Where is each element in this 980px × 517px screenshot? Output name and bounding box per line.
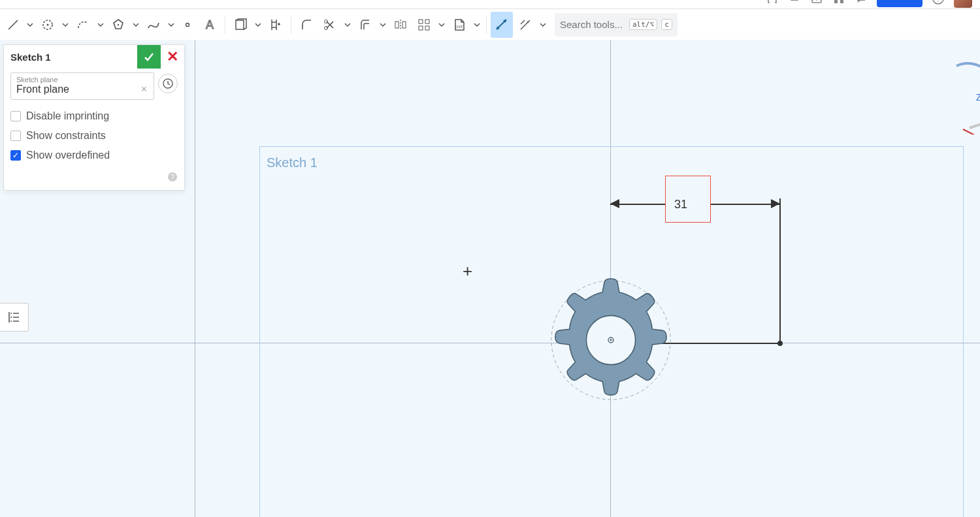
- cursor-cross-icon: +: [463, 261, 472, 281]
- show-overdefined-row[interactable]: Show overdefined: [10, 146, 178, 165]
- constraint-tool[interactable]: [514, 12, 536, 38]
- panel-help-icon[interactable]: ?: [4, 172, 184, 190]
- dxf-tool-dropdown[interactable]: [472, 22, 482, 28]
- pattern-tool-dropdown[interactable]: [436, 22, 447, 28]
- polygon-tool-dropdown[interactable]: [131, 22, 141, 28]
- text-tool[interactable]: A: [199, 12, 221, 38]
- help-icon[interactable]: ?: [932, 0, 945, 5]
- panel-title: Sketch 1: [4, 52, 137, 63]
- svg-rect-4: [840, 0, 843, 3]
- arc-tool-dropdown[interactable]: [95, 22, 106, 28]
- search-input[interactable]: [560, 19, 625, 30]
- spline-tool-dropdown[interactable]: [166, 22, 176, 28]
- show-constraints-label: Show constraints: [26, 130, 106, 142]
- show-overdefined-label: Show overdefined: [26, 149, 110, 161]
- polygon-tool[interactable]: [107, 12, 129, 38]
- image-icon[interactable]: [810, 0, 823, 5]
- sketch-plane-field[interactable]: Sketch plane Front plane ×: [10, 72, 154, 100]
- clear-plane-icon[interactable]: ×: [140, 84, 148, 95]
- arc-tool[interactable]: [72, 12, 94, 38]
- sketch-plane-label-text: Sketch plane: [16, 76, 148, 84]
- constraint-tool-dropdown[interactable]: [538, 22, 548, 28]
- brackets-icon[interactable]: [766, 0, 779, 5]
- disable-imprinting-checkbox[interactable]: [10, 111, 21, 121]
- svg-point-9: [118, 24, 119, 25]
- axis-z-label: Z: [976, 92, 980, 102]
- kbd-hint-1: alt/⌥: [629, 19, 657, 30]
- offset-tool-dropdown[interactable]: [378, 22, 388, 28]
- avatar[interactable]: [954, 0, 972, 8]
- svg-point-25: [610, 339, 612, 341]
- mirror-tool[interactable]: [389, 12, 412, 38]
- gear-part[interactable]: [546, 275, 676, 405]
- history-button[interactable]: [158, 74, 178, 93]
- svg-text:?: ?: [936, 0, 940, 3]
- svg-rect-14: [395, 22, 399, 28]
- show-constraints-checkbox[interactable]: [10, 131, 21, 141]
- feature-list-toggle[interactable]: [0, 303, 29, 332]
- sketch-toolbar: A DXF alt/⌥ c: [0, 9, 980, 40]
- search-tools[interactable]: alt/⌥ c: [555, 13, 678, 37]
- svg-rect-17: [425, 20, 429, 24]
- svg-point-8: [47, 24, 49, 25]
- svg-text:A: A: [206, 18, 214, 31]
- dxf-tool[interactable]: DXF: [448, 12, 470, 38]
- circle-tool-dropdown[interactable]: [60, 22, 71, 28]
- project-tool-dropdown[interactable]: [253, 22, 263, 28]
- svg-text:DXF: DXF: [455, 25, 463, 29]
- show-constraints-row[interactable]: Show constraints: [10, 126, 178, 146]
- svg-point-21: [527, 21, 529, 23]
- kbd-hint-2: c: [661, 19, 672, 30]
- disable-imprinting-row[interactable]: Disable imprinting: [10, 106, 178, 126]
- trim-tool-dropdown[interactable]: [342, 22, 353, 28]
- share-button[interactable]: [877, 0, 923, 7]
- line-tool-dropdown[interactable]: [25, 22, 35, 28]
- pattern-tool[interactable]: [413, 12, 435, 38]
- dimension-tool[interactable]: [491, 12, 513, 38]
- fillet-tool[interactable]: [295, 12, 318, 38]
- sketch-panel: Sketch 1 ✕ Sketch plane Front plane × Di…: [3, 44, 185, 191]
- disable-imprinting-label: Disable imprinting: [26, 110, 109, 122]
- svg-text:?: ?: [171, 173, 174, 181]
- circle-tool[interactable]: [37, 12, 59, 38]
- view-cube[interactable]: Z: [950, 56, 980, 134]
- svg-rect-3: [834, 0, 838, 3]
- show-overdefined-checkbox[interactable]: [10, 150, 21, 161]
- trim-tool[interactable]: [319, 12, 341, 38]
- svg-rect-15: [402, 22, 406, 28]
- sketch-plane-label: Sketch 1: [267, 155, 318, 170]
- app-header: ?: [0, 0, 980, 9]
- sketch-plane-value: Front plane: [16, 84, 140, 95]
- chat-icon[interactable]: [855, 0, 868, 5]
- point-tool[interactable]: [178, 12, 197, 38]
- svg-rect-16: [419, 20, 423, 24]
- dimension-value[interactable]: 31: [673, 198, 689, 212]
- svg-rect-19: [425, 26, 429, 30]
- svg-point-10: [186, 23, 189, 26]
- svg-rect-18: [419, 26, 423, 30]
- offset-tool[interactable]: [354, 12, 376, 38]
- cancel-button[interactable]: ✕: [161, 45, 184, 69]
- project-tool[interactable]: [229, 12, 252, 38]
- confirm-button[interactable]: [137, 45, 161, 69]
- apps-icon[interactable]: [832, 0, 845, 5]
- line-tool[interactable]: [3, 12, 24, 38]
- canvas-edge-line: [195, 40, 195, 517]
- spline-tool[interactable]: [142, 12, 165, 38]
- bell-icon[interactable]: [788, 0, 801, 5]
- construction-tool[interactable]: [265, 12, 287, 38]
